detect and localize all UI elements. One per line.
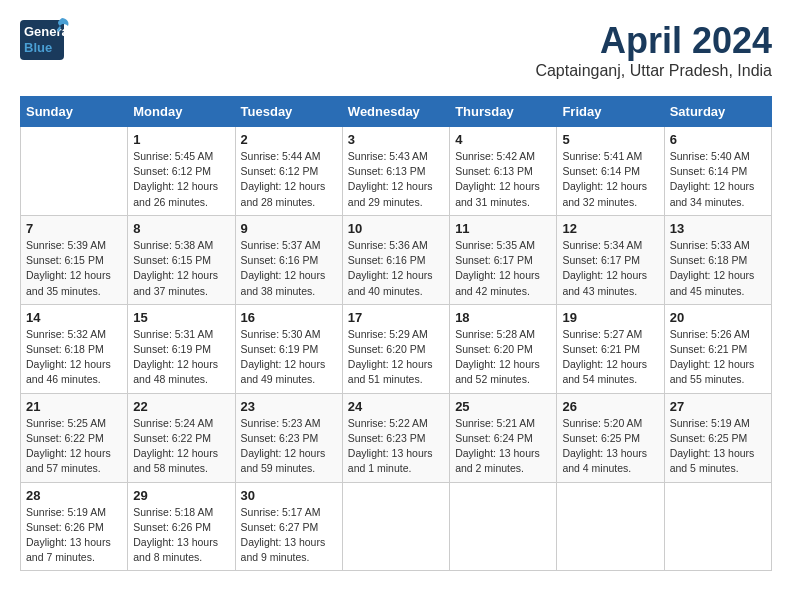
day-info: Sunrise: 5:18 AM Sunset: 6:26 PM Dayligh… bbox=[133, 505, 229, 566]
day-cell: 11Sunrise: 5:35 AM Sunset: 6:17 PM Dayli… bbox=[450, 215, 557, 304]
day-number: 18 bbox=[455, 310, 551, 325]
day-cell: 5Sunrise: 5:41 AM Sunset: 6:14 PM Daylig… bbox=[557, 127, 664, 216]
day-info: Sunrise: 5:30 AM Sunset: 6:19 PM Dayligh… bbox=[241, 327, 337, 388]
day-number: 30 bbox=[241, 488, 337, 503]
day-cell: 18Sunrise: 5:28 AM Sunset: 6:20 PM Dayli… bbox=[450, 304, 557, 393]
column-header-thursday: Thursday bbox=[450, 97, 557, 127]
day-cell bbox=[450, 482, 557, 571]
day-number: 23 bbox=[241, 399, 337, 414]
day-info: Sunrise: 5:23 AM Sunset: 6:23 PM Dayligh… bbox=[241, 416, 337, 477]
page-header: General Blue April 2024 Captainganj, Utt… bbox=[20, 20, 772, 80]
day-cell: 20Sunrise: 5:26 AM Sunset: 6:21 PM Dayli… bbox=[664, 304, 771, 393]
day-info: Sunrise: 5:17 AM Sunset: 6:27 PM Dayligh… bbox=[241, 505, 337, 566]
calendar-table: SundayMondayTuesdayWednesdayThursdayFrid… bbox=[20, 96, 772, 571]
day-info: Sunrise: 5:42 AM Sunset: 6:13 PM Dayligh… bbox=[455, 149, 551, 210]
day-info: Sunrise: 5:43 AM Sunset: 6:13 PM Dayligh… bbox=[348, 149, 444, 210]
day-number: 26 bbox=[562, 399, 658, 414]
day-cell: 2Sunrise: 5:44 AM Sunset: 6:12 PM Daylig… bbox=[235, 127, 342, 216]
day-number: 9 bbox=[241, 221, 337, 236]
day-info: Sunrise: 5:33 AM Sunset: 6:18 PM Dayligh… bbox=[670, 238, 766, 299]
day-number: 17 bbox=[348, 310, 444, 325]
week-row-2: 7Sunrise: 5:39 AM Sunset: 6:15 PM Daylig… bbox=[21, 215, 772, 304]
day-info: Sunrise: 5:27 AM Sunset: 6:21 PM Dayligh… bbox=[562, 327, 658, 388]
column-header-friday: Friday bbox=[557, 97, 664, 127]
day-cell: 6Sunrise: 5:40 AM Sunset: 6:14 PM Daylig… bbox=[664, 127, 771, 216]
day-cell: 3Sunrise: 5:43 AM Sunset: 6:13 PM Daylig… bbox=[342, 127, 449, 216]
day-info: Sunrise: 5:21 AM Sunset: 6:24 PM Dayligh… bbox=[455, 416, 551, 477]
day-cell bbox=[557, 482, 664, 571]
location: Captainganj, Uttar Pradesh, India bbox=[535, 62, 772, 80]
month-title: April 2024 bbox=[535, 20, 772, 62]
day-number: 10 bbox=[348, 221, 444, 236]
day-info: Sunrise: 5:35 AM Sunset: 6:17 PM Dayligh… bbox=[455, 238, 551, 299]
day-cell: 8Sunrise: 5:38 AM Sunset: 6:15 PM Daylig… bbox=[128, 215, 235, 304]
day-info: Sunrise: 5:40 AM Sunset: 6:14 PM Dayligh… bbox=[670, 149, 766, 210]
day-number: 29 bbox=[133, 488, 229, 503]
day-info: Sunrise: 5:19 AM Sunset: 6:25 PM Dayligh… bbox=[670, 416, 766, 477]
column-header-tuesday: Tuesday bbox=[235, 97, 342, 127]
week-row-3: 14Sunrise: 5:32 AM Sunset: 6:18 PM Dayli… bbox=[21, 304, 772, 393]
day-cell: 19Sunrise: 5:27 AM Sunset: 6:21 PM Dayli… bbox=[557, 304, 664, 393]
day-cell: 23Sunrise: 5:23 AM Sunset: 6:23 PM Dayli… bbox=[235, 393, 342, 482]
day-cell: 26Sunrise: 5:20 AM Sunset: 6:25 PM Dayli… bbox=[557, 393, 664, 482]
day-number: 15 bbox=[133, 310, 229, 325]
week-row-5: 28Sunrise: 5:19 AM Sunset: 6:26 PM Dayli… bbox=[21, 482, 772, 571]
day-info: Sunrise: 5:19 AM Sunset: 6:26 PM Dayligh… bbox=[26, 505, 122, 566]
day-number: 28 bbox=[26, 488, 122, 503]
day-number: 16 bbox=[241, 310, 337, 325]
day-number: 21 bbox=[26, 399, 122, 414]
day-number: 5 bbox=[562, 132, 658, 147]
day-cell: 13Sunrise: 5:33 AM Sunset: 6:18 PM Dayli… bbox=[664, 215, 771, 304]
logo-bird-icon bbox=[52, 16, 72, 36]
day-info: Sunrise: 5:37 AM Sunset: 6:16 PM Dayligh… bbox=[241, 238, 337, 299]
day-info: Sunrise: 5:20 AM Sunset: 6:25 PM Dayligh… bbox=[562, 416, 658, 477]
day-info: Sunrise: 5:45 AM Sunset: 6:12 PM Dayligh… bbox=[133, 149, 229, 210]
day-info: Sunrise: 5:39 AM Sunset: 6:15 PM Dayligh… bbox=[26, 238, 122, 299]
day-number: 2 bbox=[241, 132, 337, 147]
day-cell bbox=[664, 482, 771, 571]
day-cell: 30Sunrise: 5:17 AM Sunset: 6:27 PM Dayli… bbox=[235, 482, 342, 571]
day-info: Sunrise: 5:34 AM Sunset: 6:17 PM Dayligh… bbox=[562, 238, 658, 299]
day-cell: 28Sunrise: 5:19 AM Sunset: 6:26 PM Dayli… bbox=[21, 482, 128, 571]
day-number: 22 bbox=[133, 399, 229, 414]
day-number: 4 bbox=[455, 132, 551, 147]
day-cell: 9Sunrise: 5:37 AM Sunset: 6:16 PM Daylig… bbox=[235, 215, 342, 304]
day-number: 6 bbox=[670, 132, 766, 147]
day-cell: 14Sunrise: 5:32 AM Sunset: 6:18 PM Dayli… bbox=[21, 304, 128, 393]
day-cell: 24Sunrise: 5:22 AM Sunset: 6:23 PM Dayli… bbox=[342, 393, 449, 482]
day-cell: 17Sunrise: 5:29 AM Sunset: 6:20 PM Dayli… bbox=[342, 304, 449, 393]
day-number: 8 bbox=[133, 221, 229, 236]
day-info: Sunrise: 5:25 AM Sunset: 6:22 PM Dayligh… bbox=[26, 416, 122, 477]
day-info: Sunrise: 5:31 AM Sunset: 6:19 PM Dayligh… bbox=[133, 327, 229, 388]
day-cell: 12Sunrise: 5:34 AM Sunset: 6:17 PM Dayli… bbox=[557, 215, 664, 304]
day-cell: 4Sunrise: 5:42 AM Sunset: 6:13 PM Daylig… bbox=[450, 127, 557, 216]
day-cell: 16Sunrise: 5:30 AM Sunset: 6:19 PM Dayli… bbox=[235, 304, 342, 393]
day-number: 12 bbox=[562, 221, 658, 236]
week-row-4: 21Sunrise: 5:25 AM Sunset: 6:22 PM Dayli… bbox=[21, 393, 772, 482]
day-number: 13 bbox=[670, 221, 766, 236]
day-number: 27 bbox=[670, 399, 766, 414]
week-row-1: 1Sunrise: 5:45 AM Sunset: 6:12 PM Daylig… bbox=[21, 127, 772, 216]
day-number: 3 bbox=[348, 132, 444, 147]
day-cell: 22Sunrise: 5:24 AM Sunset: 6:22 PM Dayli… bbox=[128, 393, 235, 482]
day-info: Sunrise: 5:26 AM Sunset: 6:21 PM Dayligh… bbox=[670, 327, 766, 388]
column-header-sunday: Sunday bbox=[21, 97, 128, 127]
day-number: 24 bbox=[348, 399, 444, 414]
day-number: 1 bbox=[133, 132, 229, 147]
title-block: April 2024 Captainganj, Uttar Pradesh, I… bbox=[535, 20, 772, 80]
day-number: 19 bbox=[562, 310, 658, 325]
day-number: 25 bbox=[455, 399, 551, 414]
day-number: 20 bbox=[670, 310, 766, 325]
column-header-wednesday: Wednesday bbox=[342, 97, 449, 127]
day-cell: 1Sunrise: 5:45 AM Sunset: 6:12 PM Daylig… bbox=[128, 127, 235, 216]
day-number: 11 bbox=[455, 221, 551, 236]
day-info: Sunrise: 5:38 AM Sunset: 6:15 PM Dayligh… bbox=[133, 238, 229, 299]
day-cell bbox=[342, 482, 449, 571]
day-info: Sunrise: 5:24 AM Sunset: 6:22 PM Dayligh… bbox=[133, 416, 229, 477]
day-number: 14 bbox=[26, 310, 122, 325]
column-header-monday: Monday bbox=[128, 97, 235, 127]
day-info: Sunrise: 5:41 AM Sunset: 6:14 PM Dayligh… bbox=[562, 149, 658, 210]
day-cell: 21Sunrise: 5:25 AM Sunset: 6:22 PM Dayli… bbox=[21, 393, 128, 482]
day-cell: 15Sunrise: 5:31 AM Sunset: 6:19 PM Dayli… bbox=[128, 304, 235, 393]
day-number: 7 bbox=[26, 221, 122, 236]
